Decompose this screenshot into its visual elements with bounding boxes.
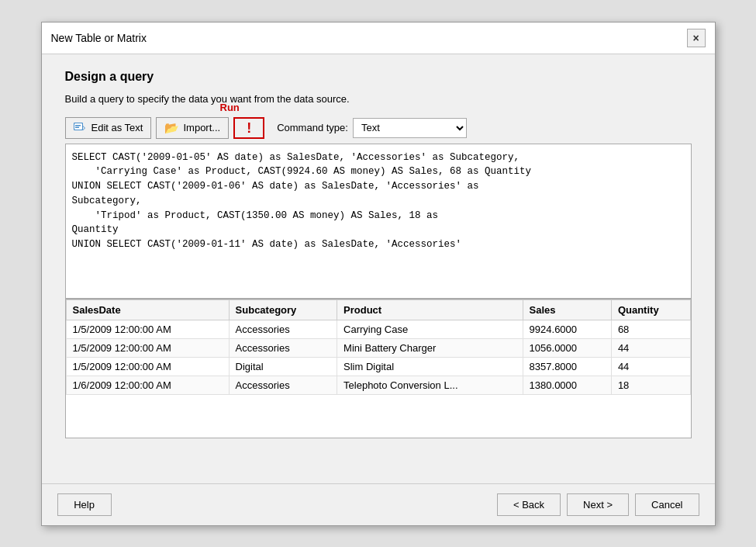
dialog-window: New Table or Matrix × Design a query Bui… [41,22,716,526]
table-cell: Mini Battery Charger [337,338,523,357]
col-quantity: Quantity [611,299,690,320]
table-cell: 68 [611,320,690,338]
table-cell: Digital [229,357,337,376]
section-title: Design a query [65,70,692,84]
table-cell: Accessories [229,338,337,357]
edit-icon [74,123,86,133]
table-header-row: SalesDate Subcategory Product Sales Quan… [66,299,690,320]
table-cell: 44 [611,338,690,357]
table-cell: 9924.6000 [523,320,611,338]
query-editor[interactable]: SELECT CAST('2009-01-05' AS date) as Sal… [65,144,692,299]
table-cell: 44 [611,357,690,376]
command-type-select[interactable]: Text StoredProcedure TableDirect [353,118,467,138]
table-cell: Accessories [229,376,337,394]
table-row: 1/5/2009 12:00:00 AMDigitalSlim Digital8… [66,357,690,376]
table-cell: Accessories [229,320,337,338]
svg-rect-1 [74,123,82,130]
run-button[interactable]: ! [233,117,264,139]
table-cell: 1380.0000 [523,376,611,394]
table-cell: 8357.8000 [523,357,611,376]
footer-right: < Back Next > Cancel [497,493,699,516]
help-button[interactable]: Help [57,493,112,516]
dialog-title: New Table or Matrix [51,32,147,44]
col-salesdate: SalesDate [66,299,229,320]
edit-as-text-label: Edit as Text [91,122,143,133]
next-button[interactable]: Next > [567,493,629,516]
command-type-label: Command type: [277,122,348,133]
description-text: Build a query to specify the data you wa… [65,93,692,105]
table-row: 1/5/2009 12:00:00 AMAccessoriesCarrying … [66,320,690,338]
table-cell: 1056.0000 [523,338,611,357]
edit-as-text-button[interactable]: Edit as Text [65,117,152,139]
table-cell: 1/5/2009 12:00:00 AM [66,338,229,357]
results-table: SalesDate Subcategory Product Sales Quan… [66,299,691,395]
dialog-body: Design a query Build a query to specify … [42,54,715,483]
results-tbody: 1/5/2009 12:00:00 AMAccessoriesCarrying … [66,320,690,394]
col-subcategory: Subcategory [229,299,337,320]
toolbar: Run Edit as Text 📂 Import... [65,117,692,139]
import-button[interactable]: 📂 Import... [156,117,229,139]
import-label: Import... [183,122,220,133]
table-row: 1/5/2009 12:00:00 AMAccessoriesMini Batt… [66,338,690,357]
table-cell: Carrying Case [337,320,523,338]
edit-icon-svg [74,123,86,133]
col-sales: Sales [523,299,611,320]
back-button[interactable]: < Back [497,493,561,516]
table-cell: 1/5/2009 12:00:00 AM [66,357,229,376]
table-cell: 1/5/2009 12:00:00 AM [66,320,229,338]
table-row: 1/6/2009 12:00:00 AMAccessoriesTelephoto… [66,376,690,394]
svg-rect-2 [75,125,81,126]
table-cell: Telephoto Conversion L... [337,376,523,394]
col-product: Product [337,299,523,320]
svg-rect-3 [75,126,79,128]
table-cell: 18 [611,376,690,394]
cancel-button[interactable]: Cancel [635,493,699,516]
run-label: Run [220,102,240,113]
dialog-footer: Help < Back Next > Cancel [42,483,715,525]
table-cell: Slim Digital [337,357,523,376]
results-table-container: SalesDate Subcategory Product Sales Quan… [65,299,692,438]
title-bar: New Table or Matrix × [42,23,715,54]
close-button[interactable]: × [687,29,706,47]
table-cell: 1/6/2009 12:00:00 AM [66,376,229,394]
run-icon: ! [247,121,251,135]
import-icon: 📂 [164,121,179,135]
